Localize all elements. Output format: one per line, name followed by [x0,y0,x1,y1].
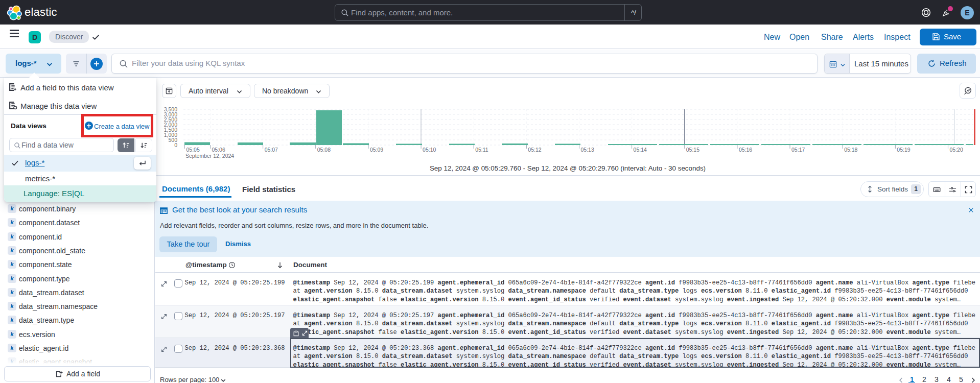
svg-text:05:20: 05:20 [949,147,963,153]
svg-text:05:07: 05:07 [265,147,278,153]
svg-text:05:14: 05:14 [634,147,647,153]
svg-text:05:11: 05:11 [475,147,488,153]
svg-text:05:13: 05:13 [580,147,594,153]
svg-text:05:17: 05:17 [791,147,805,153]
svg-text:05:06: 05:06 [212,147,225,153]
svg-text:05:16: 05:16 [739,147,752,153]
svg-text:05:18: 05:18 [844,147,857,153]
svg-text:05:08: 05:08 [317,147,331,153]
svg-text:05:15: 05:15 [686,147,699,153]
svg-text:September 12, 2024: September 12, 2024 [185,153,234,159]
svg-text:05:19: 05:19 [897,147,910,153]
svg-text:05:05: 05:05 [186,147,200,153]
svg-text:3,500: 3,500 [164,106,177,112]
svg-text:05:09: 05:09 [370,147,383,153]
svg-text:05:12: 05:12 [528,147,541,153]
svg-text:05:10: 05:10 [423,147,436,153]
